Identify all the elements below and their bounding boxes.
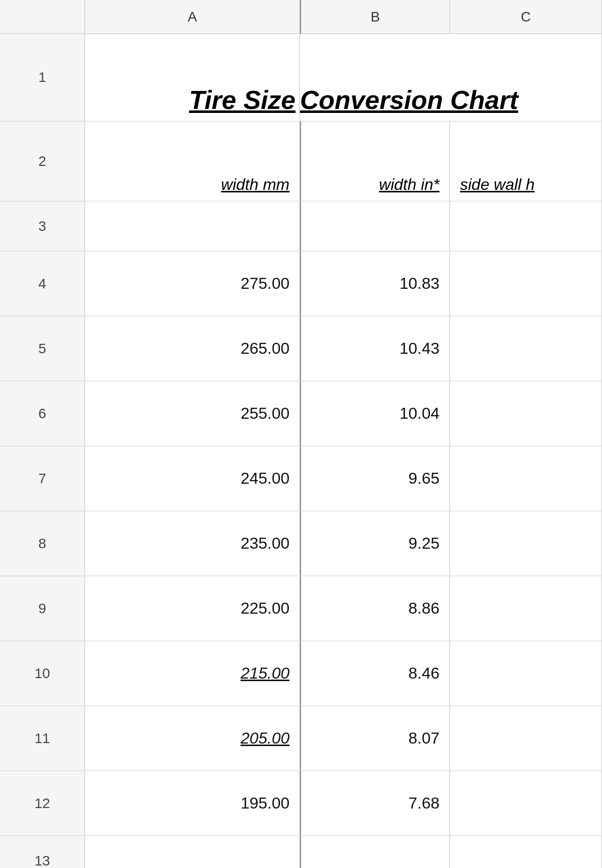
header-cell-b-width-in: width in* [300, 121, 450, 201]
row-num-2: 2 [0, 121, 85, 201]
cell-10-c [450, 641, 602, 706]
header-cell-a-width-mm: width mm [85, 121, 300, 201]
cell-11-c [450, 706, 602, 771]
cell-5-a: 265.00 [85, 316, 300, 381]
row-7: 7 245.00 9.65 [0, 446, 602, 511]
cell-7-a: 245.00 [85, 446, 300, 511]
row-num-3: 3 [0, 201, 85, 251]
cell-7-b: 9.65 [300, 446, 450, 511]
header-cell-c-side-wall: side wall h [450, 121, 602, 201]
row-5: 5 265.00 10.43 [0, 316, 602, 381]
spreadsheet: A B C 1 Tire Size Conversion Chart 2 wid… [0, 0, 602, 868]
row-num-6: 6 [0, 381, 85, 446]
cell-9-b: 8.86 [300, 576, 450, 641]
row-3: 3 [0, 201, 602, 251]
cell-10-b: 8.46 [300, 641, 450, 706]
row-num-7: 7 [0, 446, 85, 511]
col-a-header: A [85, 0, 300, 33]
title-part-a: Tire Size [189, 85, 296, 115]
cell-8-a: 235.00 [85, 511, 300, 576]
cell-10-a-value: 215.00 [240, 664, 290, 683]
row-8: 8 235.00 9.25 [0, 511, 602, 576]
col-header-row: A B C [0, 0, 602, 34]
cell-4-b: 10.83 [300, 251, 450, 316]
row-num-1: 1 [0, 34, 85, 121]
cell-5-c [450, 316, 602, 381]
cell-13-b [300, 836, 450, 868]
cell-11-a: 205.00 [85, 706, 300, 771]
header-width-in: width in* [379, 175, 440, 194]
col-b-header: B [300, 0, 450, 33]
header-side-wall: side wall h [460, 175, 534, 194]
cell-6-a: 255.00 [85, 381, 300, 446]
header-width-mm: width mm [221, 175, 290, 194]
cell-5-b: 10.43 [300, 316, 450, 381]
row-13: 13 [0, 836, 602, 868]
row-num-11: 11 [0, 706, 85, 771]
cell-12-b: 7.68 [300, 771, 450, 836]
cell-10-a: 215.00 [85, 641, 300, 706]
row-num-8: 8 [0, 511, 85, 576]
cell-6-c [450, 381, 602, 446]
col-c-header: C [450, 0, 602, 33]
row-4: 4 275.00 10.83 [0, 251, 602, 316]
cell-12-c [450, 771, 602, 836]
row-9: 9 225.00 8.86 [0, 576, 602, 641]
row-2: 2 width mm width in* side wall h [0, 121, 602, 201]
row-num-12: 12 [0, 771, 85, 836]
cell-3-a [85, 201, 300, 251]
title-part-b: Conversion Chart [300, 85, 518, 115]
row-num-4: 4 [0, 251, 85, 316]
cell-4-c [450, 251, 602, 316]
cell-8-b: 9.25 [300, 511, 450, 576]
row-1: 1 Tire Size Conversion Chart [0, 34, 602, 121]
row-11: 11 205.00 8.07 [0, 706, 602, 771]
cell-12-a: 195.00 [85, 771, 300, 836]
corner-cell [0, 0, 85, 33]
row-10: 10 215.00 8.46 [0, 641, 602, 706]
cell-13-a [85, 836, 300, 868]
title-cell-b: Conversion Chart [300, 34, 602, 121]
cell-11-a-value: 205.00 [240, 729, 290, 748]
cell-7-c [450, 446, 602, 511]
cell-3-c [450, 201, 602, 251]
row-num-5: 5 [0, 316, 85, 381]
cell-13-c [450, 836, 602, 868]
row-12: 12 195.00 7.68 [0, 771, 602, 836]
title-cell-a: Tire Size [85, 34, 300, 121]
cell-8-c [450, 511, 602, 576]
cell-6-b: 10.04 [300, 381, 450, 446]
cell-9-a: 225.00 [85, 576, 300, 641]
row-6: 6 255.00 10.04 [0, 381, 602, 446]
cell-9-c [450, 576, 602, 641]
row-num-9: 9 [0, 576, 85, 641]
row-num-13: 13 [0, 836, 85, 868]
row-num-10: 10 [0, 641, 85, 706]
cell-3-b [300, 201, 450, 251]
cell-4-a: 275.00 [85, 251, 300, 316]
cell-11-b: 8.07 [300, 706, 450, 771]
